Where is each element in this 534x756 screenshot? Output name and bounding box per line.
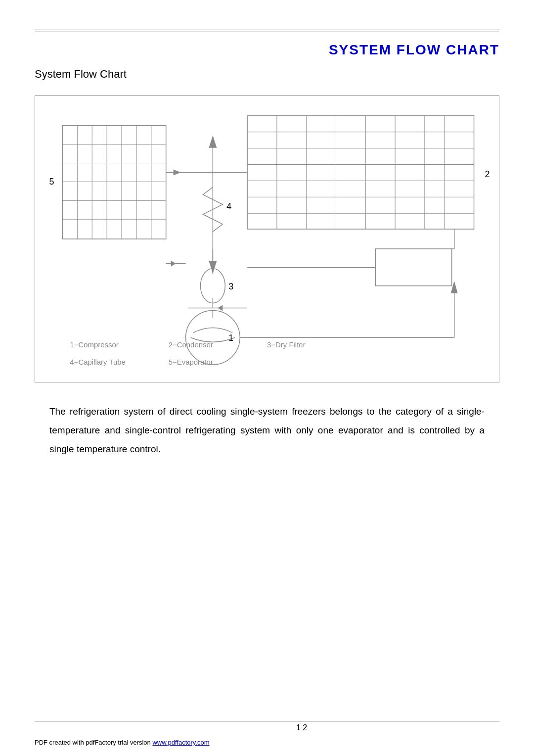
dry-filter-component <box>200 269 225 308</box>
footer-pdf-text: PDF created with pdfFactory trial versio… <box>35 739 152 746</box>
svg-marker-43 <box>218 305 222 311</box>
svg-marker-36 <box>171 261 176 267</box>
label-4: 4 <box>226 201 231 211</box>
header-line-2 <box>35 32 499 32</box>
svg-marker-49 <box>174 169 181 175</box>
condenser-component <box>247 116 474 229</box>
page: SYSTEM FLOW CHART System Flow Chart <box>0 0 534 756</box>
footer-page-number: 1 2 <box>35 723 534 732</box>
legend-5: 5−Evaporator <box>169 358 213 366</box>
footer-pdf-link[interactable]: www.pdffactory.com <box>152 739 209 746</box>
label-3: 3 <box>228 282 233 291</box>
footer-line <box>35 721 499 721</box>
section-title: System Flow Chart <box>35 68 499 81</box>
capillary-tube-component <box>203 136 222 274</box>
label-1: 1 <box>228 333 233 343</box>
svg-rect-41 <box>375 249 451 286</box>
legend-3: 3−Dry Filter <box>267 340 306 349</box>
legend-1: 1−Compressor <box>70 340 118 349</box>
flow-chart-diagram: 5 2 <box>35 95 499 382</box>
legend-4: 4−Capillary Tube <box>70 358 126 366</box>
label-5: 5 <box>49 177 54 187</box>
svg-point-31 <box>200 269 225 303</box>
page-title: SYSTEM FLOW CHART <box>35 42 499 58</box>
header-line-1 <box>35 30 499 30</box>
svg-marker-27 <box>209 136 217 148</box>
pipes <box>166 169 458 337</box>
svg-rect-12 <box>247 116 474 229</box>
diagram-svg: 5 2 <box>35 96 499 382</box>
label-2: 2 <box>485 169 490 179</box>
footer-pdf-info: PDF created with pdfFactory trial versio… <box>35 739 210 746</box>
description-text: The refrigeration system of direct cooli… <box>49 402 485 459</box>
evaporator-component <box>62 126 166 239</box>
legend-2: 2−Condenser <box>169 340 213 349</box>
svg-rect-0 <box>62 126 166 239</box>
